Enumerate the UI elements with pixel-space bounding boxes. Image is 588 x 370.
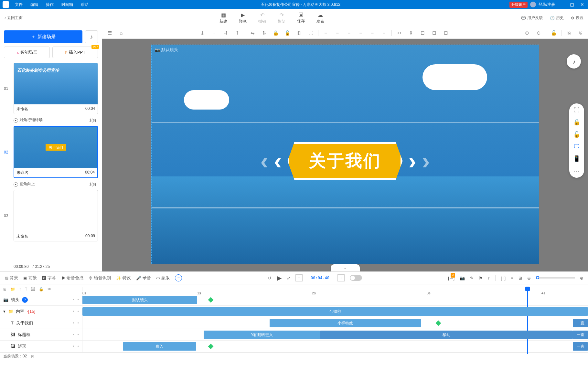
unlock-button[interactable]: 🔓 xyxy=(283,30,292,36)
time-plus-button[interactable]: ＋ xyxy=(337,274,345,281)
chevron-down-icon[interactable]: ▾ xyxy=(3,309,5,314)
keyframe-icon[interactable] xyxy=(208,344,214,349)
track-option[interactable]: • xyxy=(73,344,74,349)
rect-clip[interactable]: 卷入 xyxy=(123,342,196,351)
canvas-stage[interactable]: 📷 默认镜头 ‹ ‹ 关于我们 › › ♪ ⛶ 🔒 🔓 🖵 📱 xyxy=(102,39,588,271)
title-clip-2[interactable]: 移动 xyxy=(320,331,573,339)
lock-track-button[interactable]: 🔒 xyxy=(39,287,44,291)
menu-edit[interactable]: 编辑 xyxy=(27,0,41,9)
scene-item-1[interactable]: 01 石化装备制作公司宣传 未命名00:04 xyxy=(4,63,98,114)
menu-file[interactable]: 文件 xyxy=(12,0,26,9)
unlock-icon[interactable]: 🔓 xyxy=(573,131,580,138)
about-us-title[interactable]: ‹ ‹ 关于我们 › › xyxy=(261,142,430,180)
scene-item-2[interactable]: 02 关于我们 未命名00:04 xyxy=(4,126,98,178)
edit-button[interactable]: ✎ xyxy=(470,276,474,280)
settings-button[interactable]: ⚙设置 xyxy=(571,15,583,21)
text-clip[interactable]: 小样特效 xyxy=(270,319,421,327)
minimize-button[interactable]: — xyxy=(558,1,565,8)
track-option[interactable]: • xyxy=(73,297,74,302)
record-button[interactable]: 🎤录音 xyxy=(136,275,151,281)
track-option[interactable]: • xyxy=(77,344,79,349)
flip-h-button[interactable]: ⇋ xyxy=(248,30,257,36)
lock-icon[interactable]: 🔒 xyxy=(573,119,580,126)
export-button[interactable]: [→]V xyxy=(448,276,454,280)
fullscreen-icon[interactable]: ⛶ xyxy=(574,107,580,113)
zoom-in-timeline-button[interactable]: ⊕ xyxy=(580,276,583,280)
align-top-button[interactable]: ≡ xyxy=(357,30,365,36)
keyframe-icon[interactable] xyxy=(208,297,214,303)
image-track-button[interactable]: 🖼 xyxy=(31,287,35,291)
feedback-button[interactable]: 💬用户反馈 xyxy=(521,15,543,21)
zoom-out-button[interactable]: ⊖ xyxy=(534,30,543,36)
menu-operate[interactable]: 操作 xyxy=(43,0,57,9)
lock-canvas-button[interactable]: 🔓 xyxy=(550,30,558,36)
insert-ppt-button[interactable]: P插入PPTVIP xyxy=(52,47,98,58)
menu-help[interactable]: 帮助 xyxy=(78,0,92,9)
content-clip[interactable]: 4.40秒 xyxy=(82,307,588,316)
text-track-button[interactable]: T xyxy=(25,287,27,291)
login-button[interactable]: 登录/注册 xyxy=(539,2,555,7)
lock-button[interactable]: 🔒 xyxy=(272,30,280,36)
zoom-out-timeline-button[interactable]: ⊖ xyxy=(527,276,531,280)
trash-button[interactable]: 🗑 xyxy=(295,30,303,36)
undo-button[interactable]: ↶撤销 xyxy=(258,12,266,24)
align-tool[interactable]: ⤓ xyxy=(198,30,207,36)
camera-clip[interactable]: 默认镜头 xyxy=(82,296,197,304)
align-middle-button[interactable]: ≡ xyxy=(368,30,377,36)
layers-button[interactable]: ☰ xyxy=(105,30,114,36)
title-tail-clip[interactable]: 一直 xyxy=(573,331,588,339)
add-track-button[interactable]: ⊞ xyxy=(3,287,6,291)
expand-button[interactable]: ⤢ xyxy=(287,276,290,280)
align-left-button[interactable]: ≡ xyxy=(322,30,330,36)
history-button[interactable]: 🕑历史 xyxy=(550,15,564,21)
snap-toggle[interactable] xyxy=(350,275,362,281)
subtitle-button[interactable]: 🅰字幕 xyxy=(42,275,56,281)
background-button[interactable]: ▨背景 xyxy=(5,275,18,281)
transition-2[interactable]: ▸圆角向上 1(s) xyxy=(4,180,98,190)
mobile-icon[interactable]: 📱 xyxy=(573,155,580,162)
distribute-v-button[interactable]: ⇕ xyxy=(407,30,415,36)
effects-button[interactable]: ✨特效 xyxy=(116,275,131,281)
keyframe-icon[interactable] xyxy=(435,321,441,326)
sort-button[interactable]: ↕ xyxy=(19,287,21,291)
new-button[interactable]: ▦新建 xyxy=(219,12,227,24)
keyframe-button[interactable]: ⧈ xyxy=(511,275,513,280)
track-option[interactable]: • xyxy=(77,321,79,325)
marker-button[interactable]: [+] xyxy=(501,276,506,280)
folder-button[interactable]: 📁 xyxy=(10,287,15,291)
align-tool[interactable]: ⤒ xyxy=(233,30,241,36)
redo-button[interactable]: ↷恢复 xyxy=(278,12,285,24)
save-button[interactable]: 🖫保存 xyxy=(297,12,305,24)
transition-1[interactable]: ▸对角行铺转场 1(s) xyxy=(4,116,98,126)
text-tail-clip[interactable]: 一直 xyxy=(573,319,588,327)
slide[interactable]: 📷 默认镜头 ‹ ‹ 关于我们 › › xyxy=(151,45,539,264)
collapse-canvas-button[interactable]: ⌄ xyxy=(331,264,360,271)
status-icon[interactable]: ⎘ xyxy=(31,354,34,359)
align-bottom-button[interactable]: ≡ xyxy=(380,30,388,36)
flip-v-button[interactable]: ⇅ xyxy=(260,30,268,36)
more-icon[interactable]: ⋯ xyxy=(574,167,580,174)
camera-button[interactable]: 📷 xyxy=(460,276,465,280)
zoom-in-button[interactable]: ⊕ xyxy=(523,30,531,36)
track-option[interactable]: • xyxy=(77,332,79,337)
track-option[interactable]: • xyxy=(73,309,74,314)
foreground-button[interactable]: ▣前景 xyxy=(23,275,37,281)
new-scene-button[interactable]: ＋新建场景 xyxy=(4,30,82,43)
align-tool[interactable]: ⊟ xyxy=(418,30,427,36)
copy-button[interactable]: ⎘ xyxy=(565,30,573,36)
visibility-button[interactable]: 👁 xyxy=(48,287,51,291)
align-tool[interactable]: ⊟ xyxy=(430,30,438,36)
track-option[interactable]: • xyxy=(77,309,79,314)
preview-button[interactable]: ▶预览 xyxy=(239,12,247,24)
filter-button[interactable]: ⫯ xyxy=(488,276,490,280)
time-minus-button[interactable]: − xyxy=(295,274,303,281)
upgrade-button[interactable]: 升级账户 xyxy=(509,2,528,8)
home-button[interactable]: ⌂ xyxy=(117,30,125,36)
zoom-slider[interactable] xyxy=(536,277,575,279)
align-tool[interactable]: ⇵ xyxy=(221,30,230,36)
menu-timeline[interactable]: 时间轴 xyxy=(58,0,76,9)
track-option[interactable]: • xyxy=(73,321,74,325)
layout-button[interactable]: ⊞ xyxy=(519,276,522,280)
tts-button[interactable]: 🗣语音合成 xyxy=(61,275,83,281)
publish-button[interactable]: ☁发布 xyxy=(316,12,324,24)
